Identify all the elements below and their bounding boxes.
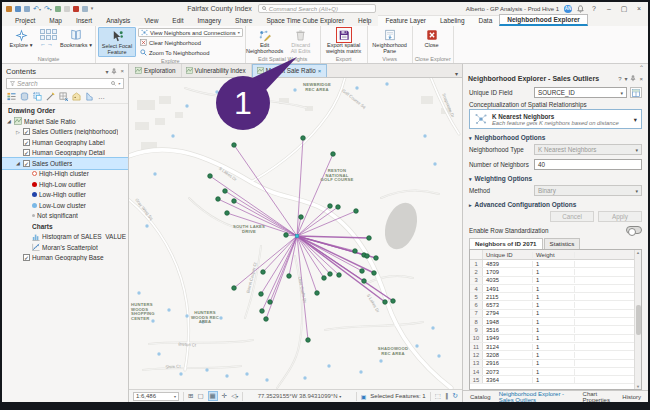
help-button[interactable]: ? [589,5,599,12]
ribbon-tab-labeling[interactable]: Labeling [433,15,472,26]
export-spatial-weights-button[interactable]: Export spatialweights matrix [323,27,365,55]
bookmarks-button[interactable]: Bookmarks ▾ [59,27,93,48]
open-project-icon[interactable] [6,6,12,12]
pane-tab-neighborhood-explorer-sales-outliers[interactable]: Neighborhood Explorer - Sales Outliers [496,391,578,403]
list-by-charts-icon[interactable] [85,92,94,101]
layout-grid-icon[interactable]: ⬚ [435,392,441,400]
layer-item[interactable]: Moran's Scatterplot [2,242,128,253]
table-row[interactable]: 1533641 [470,376,634,384]
table-row[interactable]: 414911 [470,285,634,293]
ribbon-tab-imagery[interactable]: Imagery [191,16,228,26]
legend-item[interactable]: Not significant [2,211,128,222]
layout-icon[interactable] [82,6,88,12]
pane-pin-icon[interactable] [630,75,636,82]
discard-all-edits-button[interactable]: DiscardAll Edits [284,27,318,55]
number-of-neighbors-input[interactable]: 40 [534,159,642,170]
unique-id-field-select[interactable]: SOURCE_ID ▾ [534,87,627,98]
weighting-options-section[interactable]: ▾Weighting Options [463,172,648,183]
layer-item[interactable]: ▷✓Sales Outliers (neighborhood) [2,127,128,138]
ribbon-tab-space-time-cube-explorer[interactable]: Space Time Cube Explorer [259,16,351,26]
col-weight[interactable]: Weight [533,252,575,258]
pane-tab-chart-properties[interactable]: Chart Properties [580,391,618,403]
row-standardization-toggle[interactable] [626,226,642,234]
full-extent-icon[interactable] [40,29,45,34]
layer-item[interactable]: Histogram of SALES_VALUE [2,232,128,243]
table-row[interactable]: 1329161 [470,360,634,368]
table-row[interactable]: 148391 [470,260,634,268]
ribbon-tab-help[interactable]: Help [351,16,378,26]
table-row[interactable]: 1232081 [470,351,634,359]
tree-section-charts[interactable]: Charts [2,221,128,232]
view-tab-market-sale-ratio[interactable]: Market Sale Ratio× [252,64,328,77]
save-as-icon[interactable] [24,6,30,12]
table-row[interactable]: 935161 [470,326,634,334]
view-tab-vulnerability-index[interactable]: Vulnerability Index [182,64,252,77]
contents-search-chevron-icon[interactable]: ▾ [118,81,120,86]
ribbon-tab-view[interactable]: View [137,16,165,26]
table-row[interactable]: 340351 [470,277,634,285]
map-coordinates[interactable]: 77.3529155°W 38.9431099°N ▾ [247,393,351,399]
expander-icon[interactable]: ▷ [15,129,21,135]
edit-neighborhoods-button[interactable]: EditNeighborhoods [248,27,282,55]
clear-neighborhood-button[interactable]: Clear Neighborhood [138,38,243,47]
table-row[interactable]: 1420731 [470,368,634,376]
pane-tab-history[interactable]: History [619,394,644,400]
scroll-down-icon[interactable]: ▼ [636,384,640,389]
maximize-button[interactable]: ▢ [619,5,629,13]
layer-item[interactable]: ◢Market Sale Ratio [2,116,128,127]
col-unique-id[interactable]: Unique ID [483,252,533,258]
map-scale-select[interactable]: 1:6,486 ▾ [133,392,179,401]
contents-search-input[interactable]: Search ▾ [6,78,124,89]
layer-visibility-checkbox[interactable]: ✓ [23,149,30,156]
ribbon-tab-neighborhood-explorer[interactable]: Neighborhood Explorer [499,14,588,26]
signed-in-user[interactable]: Alberto - GP Analysis - Prod Hive 1 [466,6,559,12]
layer-item[interactable]: ◢✓Sales Outliers [2,158,128,169]
fixed-zoom-out-icon[interactable] [52,29,57,34]
notifications-bell-icon[interactable] [577,5,584,13]
contents-menu-chevron-icon[interactable]: ▾ [105,68,108,75]
scroll-up-icon[interactable]: ▲ [636,250,640,255]
layer-item[interactable]: ✓Human Geography Detail [2,148,128,159]
ribbon-tab-share[interactable]: Share [228,16,259,26]
apply-button[interactable]: Apply [598,211,642,222]
pause-drawing-icon[interactable]: ∥ [445,392,448,400]
ribbon-collapse-chevron-icon[interactable]: ⌃ [463,64,648,72]
selected-features-count[interactable]: Selected Features: 1 [370,393,425,399]
command-search-input[interactable]: Command Search (Alt+Q) [258,4,376,13]
table-row[interactable]: 521151 [470,293,634,301]
next-extent-icon[interactable] [46,35,51,40]
snapping-toggle-icon[interactable]: ▦ [208,391,218,401]
pane-menu-chevron-icon[interactable]: ▾ [624,75,627,82]
customize-qat-icon[interactable]: ▾ [91,5,94,12]
explore-button[interactable]: Explore ▾ [4,27,38,48]
table-tab-neighbors-of-id-2071[interactable]: Neighbors of ID 2071 [469,238,543,249]
map-icon[interactable] [55,6,61,12]
table-tab-statistics[interactable]: Statistics [544,238,581,249]
neighborhood-pane-button[interactable]: NeighborhoodPane [370,27,410,55]
fixed-zoom-in-icon[interactable] [46,29,51,34]
list-by-snapping-icon[interactable] [59,92,68,101]
map-view[interactable]: NEWBRIDGEREC AREAGolf Course SqSoapstone… [129,78,462,389]
extent-arrows-icon[interactable]: ←→ [40,41,57,47]
method-select[interactable]: Binary▾ [534,185,642,196]
list-by-selection-icon[interactable] [33,92,42,101]
refresh-icon[interactable]: ↻ [452,392,458,400]
layer-visibility-checkbox[interactable]: ✓ [23,128,30,135]
save-project-icon[interactable] [15,6,21,12]
ribbon-tab-edit[interactable]: Edit [165,16,190,26]
legend-item[interactable]: High-High cluster [2,169,128,180]
close-explorer-button[interactable]: Close [415,27,449,48]
expander-icon[interactable]: ◢ [6,118,12,124]
ribbon-tab-data[interactable]: Data [472,15,500,26]
table-row[interactable]: 1019491 [470,335,634,343]
select-focal-feature-button[interactable]: Select FocalFeature [98,27,136,57]
view-neighbors-dropdown[interactable]: View Neighbors and Connections▾ [138,28,243,37]
previous-extent-icon[interactable] [40,35,45,40]
contents-pin-icon[interactable] [111,68,117,75]
undo-icon[interactable]: ↶▾ [33,5,41,13]
neighborhood-options-section[interactable]: ▾Neighborhood Options [463,131,648,142]
layer-item[interactable]: ✓Human Geography Base [2,253,128,264]
list-by-data-source-icon[interactable] [20,92,29,101]
table-row[interactable]: 1131241 [470,343,634,351]
geoprocessing-icon[interactable] [73,6,79,12]
